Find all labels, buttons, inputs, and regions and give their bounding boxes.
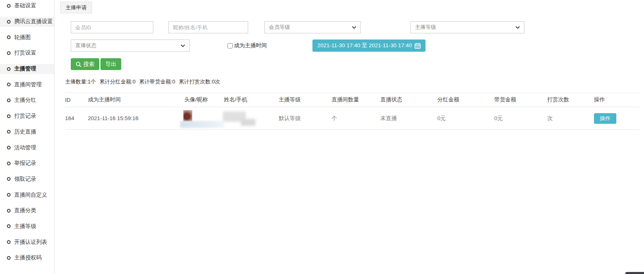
sidebar-item-label: 活动管理 <box>14 144 36 151</box>
become-anchor-time-label: 成为主播时间 <box>234 42 267 49</box>
table-header-row: ID 成为主播时间 头像/昵称 姓名/手机 主播等级 直播间数量 直播状态 分红… <box>65 93 640 107</box>
sidebar-item-report-records[interactable]: 举报记录 <box>0 156 54 171</box>
phone-redacted-blur <box>241 119 255 126</box>
sidebar-item-label: 主播等级 <box>14 223 36 230</box>
sidebar-item-carousel[interactable]: 轮播图 <box>0 29 54 45</box>
anchor-table: ID 成为主播时间 头像/昵称 姓名/手机 主播等级 直播间数量 直播状态 分红… <box>65 92 640 130</box>
sidebar-item-live-room-custom[interactable]: 直播间自定义 <box>0 187 54 203</box>
avatar-nickname-redacted <box>184 107 224 129</box>
chevron-down-icon <box>352 26 356 29</box>
sidebar-item-anchor-dividend[interactable]: 主播分红 <box>0 92 54 108</box>
sidebar-item-live-category[interactable]: 直播分类 <box>0 203 54 219</box>
sidebar-item-basic-settings[interactable]: 基础设置 <box>0 0 54 14</box>
become-anchor-time-checkbox[interactable] <box>227 43 233 48</box>
tab-anchor-application[interactable]: 主播申请 <box>60 2 92 13</box>
circle-icon <box>7 20 11 24</box>
sidebar-item-label: 历史直播 <box>14 128 36 136</box>
member-id-input[interactable] <box>71 21 153 33</box>
circle-icon <box>7 4 11 8</box>
sidebar-item-label: 直播间管理 <box>14 81 42 88</box>
col-header-room-count: 直播间数量 <box>332 93 380 107</box>
sidebar-item-label: 主播管理 <box>14 65 36 72</box>
search-icon <box>76 61 81 67</box>
col-header-anchor-level: 主播等级 <box>279 93 332 107</box>
nickname-redacted-blur <box>180 121 224 128</box>
sidebar-item-anchor-auth-code[interactable]: 主播授权码 <box>0 250 54 266</box>
circle-icon <box>7 83 11 86</box>
sidebar-item-label: 腾讯云直播设置 <box>14 18 53 25</box>
sidebar-item-label: 直播分类 <box>14 207 36 214</box>
sidebar-item-live-room-management[interactable]: 直播间管理 <box>0 77 54 92</box>
sidebar-item-label: 打赏记录 <box>14 112 36 120</box>
cell-become-time: 2021-11-16 15:59:16 <box>88 107 184 130</box>
bottom-right-dark-bar <box>625 272 644 274</box>
calendar-icon <box>415 43 421 49</box>
circle-icon <box>7 67 11 71</box>
search-button[interactable]: 搜索 <box>71 58 99 70</box>
cell-anchor-level: 默认等级 <box>279 107 332 130</box>
member-level-select[interactable]: 会员等级 <box>264 21 361 33</box>
cell-avatar-nickname <box>184 107 224 130</box>
sidebar-item-reward-settings[interactable]: 打赏设置 <box>0 45 54 61</box>
table-row: 164 2021-11-16 15:59:16 默认等级 个 未直播 <box>65 107 640 130</box>
sidebar-item-label: 领取记录 <box>14 175 36 183</box>
total-reward-stat: 累计打赏次数:0次 <box>179 79 220 85</box>
circle-icon <box>7 240 11 244</box>
col-header-live-status: 直播状态 <box>380 93 437 107</box>
anchor-level-select-value: 主播等级 <box>415 24 436 31</box>
become-anchor-time-filter[interactable]: 成为主播时间 <box>227 42 267 49</box>
circle-icon <box>7 177 11 181</box>
sidebar-item-label: 主播授权码 <box>14 254 42 261</box>
sidebar-item-live-auth-list[interactable]: 开播认证列表 <box>0 234 54 250</box>
circle-icon <box>7 114 11 118</box>
col-header-id: ID <box>65 93 88 107</box>
col-header-avatar-nickname: 头像/昵称 <box>184 93 224 107</box>
col-header-dividend: 分红金额 <box>437 93 494 107</box>
sidebar-item-activity-management[interactable]: 活动管理 <box>0 140 54 156</box>
sidebar-item-anchor-level[interactable]: 主播等级 <box>0 219 54 235</box>
circle-icon <box>7 162 11 165</box>
cell-id: 164 <box>65 107 88 130</box>
circle-icon <box>7 193 11 197</box>
live-status-select-value: 直播状态 <box>75 42 96 49</box>
sidebar-item-reward-records[interactable]: 打赏记录 <box>0 108 54 124</box>
cell-goods-amount: 0元 <box>494 107 547 130</box>
sidebar-item-label: 基础设置 <box>14 2 36 9</box>
row-action-button[interactable]: 操作 <box>594 113 616 124</box>
export-button[interactable]: 导出 <box>100 58 121 70</box>
cell-dividend: 0元 <box>437 107 494 130</box>
nickname-name-phone-input[interactable] <box>168 21 248 33</box>
anchor-count-stat: 主播数量:1个 <box>65 79 96 85</box>
sidebar-item-label: 轮播图 <box>14 34 31 41</box>
anchor-level-select[interactable]: 主播等级 <box>410 21 524 33</box>
circle-icon <box>7 209 11 213</box>
col-header-goods-amount: 带货金额 <box>494 93 547 107</box>
circle-icon <box>7 99 11 102</box>
circle-icon <box>7 130 11 134</box>
tab-label: 主播申请 <box>65 4 87 11</box>
circle-icon <box>7 224 11 228</box>
chevron-down-icon <box>181 44 185 47</box>
circle-icon <box>7 51 11 55</box>
col-header-become-time: 成为主播时间 <box>88 93 184 107</box>
date-range-button[interactable]: 2021-11-30 17:40 至 2021-11-30 17:40 <box>312 39 426 52</box>
sidebar-item-label: 主播分红 <box>14 96 36 104</box>
live-status-select[interactable]: 直播状态 <box>71 39 190 52</box>
sidebar-item-history-live[interactable]: 历史直播 <box>0 124 54 140</box>
sidebar: 基础设置 腾讯云直播设置 轮播图 打赏设置 主播管理 直播间管理 主播分红 打赏… <box>0 0 55 274</box>
export-button-label: 导出 <box>105 61 116 68</box>
sidebar-item-tencent-cloud-live-settings[interactable]: 腾讯云直播设置 <box>0 14 54 30</box>
total-goods-stat: 累计带货金额:0 <box>139 79 175 85</box>
circle-icon <box>7 256 11 260</box>
summary-stats: 主播数量:1个 累计分红金额:0 累计带货金额:0 累计打赏次数:0次 <box>65 78 222 85</box>
member-level-select-value: 会员等级 <box>269 24 290 31</box>
sidebar-item-label: 打赏设置 <box>14 49 36 57</box>
cell-room-count: 个 <box>332 107 380 130</box>
sidebar-item-claim-records[interactable]: 领取记录 <box>0 171 54 187</box>
col-header-name-phone: 姓名/手机 <box>224 93 279 107</box>
sidebar-item-label: 举报记录 <box>14 160 36 167</box>
cell-name-phone <box>224 107 279 130</box>
sidebar-item-anchor-management[interactable]: 主播管理 <box>0 61 54 77</box>
col-header-action: 操作 <box>594 93 640 107</box>
name-phone-redacted <box>224 107 279 129</box>
